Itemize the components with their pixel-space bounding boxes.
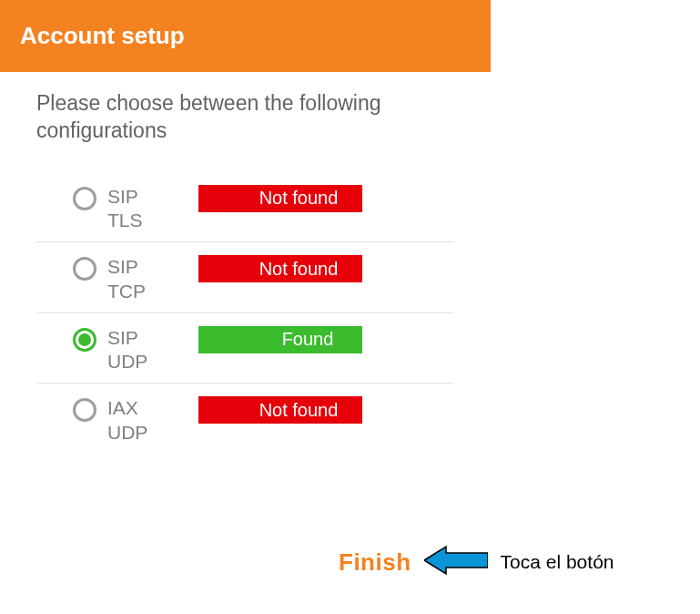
option-label: SIP UDP: [107, 326, 180, 374]
instruction-text: Please choose between the following conf…: [0, 72, 491, 172]
header-title: Account setup: [20, 22, 185, 49]
radio-sip-tcp[interactable]: [73, 257, 96, 281]
status-badge: Not found: [198, 255, 362, 282]
radio-iax-udp[interactable]: [73, 398, 96, 422]
status-badge: Not found: [198, 185, 362, 212]
option-iax-udp[interactable]: IAX UDP Not found: [36, 384, 454, 454]
finish-button[interactable]: Finish: [339, 548, 411, 577]
option-list: SIP TLS Not found SIP TCP Not found SIP …: [0, 172, 491, 454]
phone-screen: Account setup Please choose between the …: [0, 0, 491, 454]
radio-sip-udp[interactable]: [73, 328, 96, 352]
option-sip-udp[interactable]: SIP UDP Found: [36, 313, 454, 384]
status-badge: Not found: [198, 396, 362, 424]
option-sip-tcp[interactable]: SIP TCP Not found: [36, 242, 454, 313]
option-sip-tls[interactable]: SIP TLS Not found: [36, 172, 454, 243]
header-bar: Account setup: [0, 0, 491, 72]
annotation-text: Toca el botón: [501, 551, 614, 573]
option-label: SIP TCP: [107, 255, 180, 303]
option-label: IAX UDP: [107, 396, 180, 445]
option-label: SIP TLS: [107, 185, 180, 233]
svg-marker-0: [424, 547, 488, 574]
finish-area: Finish Toca el botón: [0, 545, 700, 579]
arrow-left-icon: [424, 545, 488, 579]
radio-sip-tls[interactable]: [73, 187, 96, 210]
status-badge: Found: [198, 326, 362, 353]
